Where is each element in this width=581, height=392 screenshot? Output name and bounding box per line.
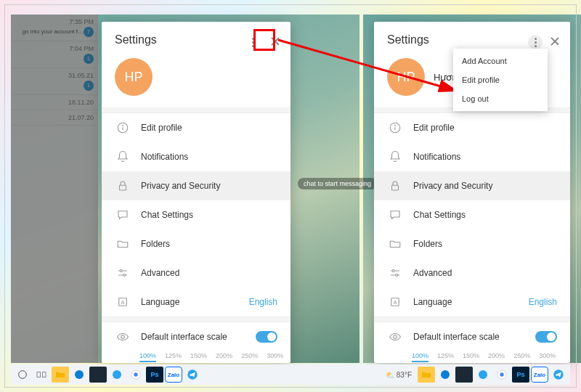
language-icon: A [387, 294, 403, 310]
taskbar-chrome[interactable] [127, 367, 145, 383]
taskbar-weather[interactable]: ⛅ 83°F [381, 371, 416, 379]
dropdown-log-out[interactable]: Log out [453, 89, 548, 108]
menu-language[interactable]: A Language English [374, 287, 570, 317]
taskbar-start[interactable] [14, 367, 31, 383]
svg-point-33 [134, 372, 137, 376]
eye-icon [115, 329, 131, 345]
taskbar-app[interactable] [474, 367, 492, 383]
menu-chat-settings[interactable]: Chat Settings [374, 200, 570, 229]
taskbar-explorer[interactable] [52, 367, 69, 383]
language-value: English [249, 297, 277, 307]
avatar[interactable]: HP [387, 58, 425, 96]
dropdown-edit-profile[interactable]: Edit profile [453, 70, 548, 89]
svg-point-30 [75, 370, 84, 379]
menu-language[interactable]: A Language English [102, 287, 290, 317]
menu-label: Chat Settings [141, 210, 193, 220]
chat-icon [115, 207, 131, 223]
taskbar-taskview[interactable] [33, 367, 50, 383]
svg-point-27 [19, 371, 27, 379]
svg-point-23 [394, 335, 397, 339]
svg-point-10 [121, 335, 125, 339]
avatar[interactable]: HP [115, 58, 153, 96]
bell-icon [115, 149, 131, 165]
chat-list: 7:35 PMgn into your account f…7 7:04 PM1… [11, 15, 98, 363]
lock-icon [115, 178, 131, 194]
scale-options[interactable]: 100% 125% 150% 200% 250% 300% [387, 345, 557, 363]
menu-advanced[interactable]: Advanced [102, 258, 290, 287]
svg-rect-29 [42, 372, 46, 377]
chat-icon [387, 207, 403, 223]
svg-point-36 [479, 370, 487, 379]
scale-options[interactable]: 100% 125% 150% 200% 250% 300% [115, 345, 277, 363]
taskbar-zalo[interactable]: Zalo [531, 367, 548, 383]
taskbar-app[interactable] [89, 367, 107, 383]
scale-toggle[interactable] [256, 331, 277, 343]
info-icon [115, 120, 131, 136]
menu-label: Folders [413, 239, 442, 249]
svg-text:A: A [121, 299, 124, 306]
menu-label: Folders [141, 239, 170, 249]
svg-text:A: A [393, 299, 397, 306]
svg-point-15 [395, 126, 396, 126]
taskbar-edge[interactable] [436, 367, 454, 383]
eye-icon [387, 329, 403, 345]
sliders-icon [115, 265, 131, 281]
menu-notifications[interactable]: Notifications [102, 142, 290, 171]
more-menu-button[interactable] [245, 35, 260, 49]
taskbar-explorer[interactable] [418, 367, 435, 383]
taskbar-photoshop[interactable]: Ps [146, 367, 163, 383]
menu-label: Notifications [413, 152, 460, 162]
taskbar-app[interactable] [108, 367, 126, 383]
menu-privacy-security[interactable]: Privacy and Security [374, 171, 570, 200]
taskbar-telegram[interactable] [184, 367, 201, 383]
language-value: English [529, 297, 557, 307]
taskbar-chrome[interactable] [493, 367, 511, 383]
close-button[interactable] [269, 35, 282, 48]
scale-label: Default interface scale [141, 332, 227, 342]
sliders-icon [387, 265, 403, 281]
menu-edit-profile[interactable]: Edit profile [374, 113, 570, 142]
lock-icon [387, 178, 403, 194]
more-menu-button[interactable] [528, 35, 543, 49]
taskbar: Ps Zalo ⛅ 83°F Ps Zalo [11, 364, 570, 385]
scale-toggle[interactable] [535, 331, 557, 343]
language-icon: A [115, 294, 131, 310]
menu-label: Advanced [141, 268, 179, 278]
menu-label: Edit profile [413, 123, 455, 133]
menu-label: Privacy and Security [413, 181, 492, 191]
menu-edit-profile[interactable]: Edit profile [102, 113, 290, 142]
dropdown-add-account[interactable]: Add Account [453, 52, 548, 70]
taskbar-edge[interactable] [70, 367, 88, 383]
folder-icon [387, 236, 403, 252]
menu-label: Privacy and Security [141, 181, 220, 191]
svg-point-5 [120, 270, 122, 272]
menu-advanced[interactable]: Advanced [374, 258, 570, 287]
svg-rect-28 [37, 372, 41, 377]
menu-folders[interactable]: Folders [102, 229, 290, 258]
menu-folders[interactable]: Folders [374, 229, 570, 258]
scale-label: Default interface scale [413, 332, 500, 342]
taskbar-app[interactable] [455, 367, 473, 383]
taskbar-telegram[interactable] [550, 367, 567, 383]
taskbar-photoshop[interactable]: Ps [512, 367, 529, 383]
empty-chat-hint: chat to start messaging [298, 178, 377, 189]
menu-label: Edit profile [141, 123, 182, 133]
svg-point-35 [441, 370, 450, 379]
menu-chat-settings[interactable]: Chat Settings [102, 200, 290, 229]
taskbar-zalo[interactable]: Zalo [165, 367, 182, 383]
svg-point-20 [396, 274, 398, 277]
bell-icon [387, 149, 403, 165]
svg-rect-3 [120, 185, 126, 190]
svg-point-38 [500, 372, 503, 376]
menu-label: Advanced [413, 268, 452, 278]
svg-point-2 [123, 126, 123, 126]
menu-notifications[interactable]: Notifications [374, 142, 570, 171]
svg-rect-16 [392, 185, 399, 190]
info-icon [387, 120, 403, 136]
more-dropdown: Add Account Edit profile Log out [453, 49, 548, 111]
svg-point-31 [113, 370, 121, 379]
close-button[interactable] [548, 35, 561, 48]
menu-label: Chat Settings [413, 210, 466, 220]
folder-icon [115, 236, 131, 252]
menu-privacy-security[interactable]: Privacy and Security [102, 171, 290, 200]
